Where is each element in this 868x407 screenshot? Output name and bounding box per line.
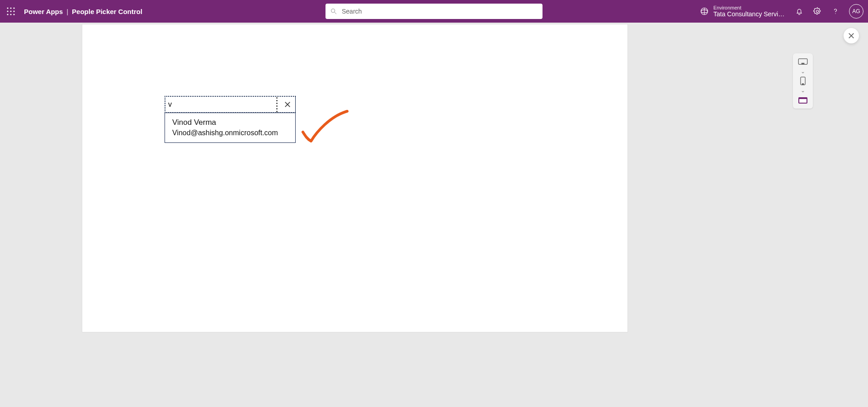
people-picker-control: Vinod Verma Vinod@ashishg.onmicrosoft.co… bbox=[165, 96, 296, 143]
settings-icon[interactable] bbox=[813, 7, 822, 16]
svg-rect-20 bbox=[802, 84, 803, 84]
environment-text: Environment Tata Consultancy Servic... bbox=[713, 5, 786, 18]
global-search[interactable] bbox=[326, 4, 542, 19]
people-picker-input-row[interactable] bbox=[165, 96, 296, 113]
suggestion-name: Vinod Verma bbox=[172, 118, 288, 128]
chevron-down-icon[interactable]: ⌄ bbox=[801, 88, 805, 93]
app-header: Power Apps | People Picker Control Envir… bbox=[0, 0, 868, 23]
svg-point-0 bbox=[7, 7, 8, 9]
chevron-down-icon[interactable]: ⌄ bbox=[801, 69, 805, 74]
drag-handle-icon[interactable] bbox=[274, 97, 280, 112]
app-launcher-icon[interactable] bbox=[5, 5, 17, 18]
svg-point-4 bbox=[10, 10, 11, 12]
close-preview-button[interactable] bbox=[844, 28, 859, 43]
svg-point-2 bbox=[13, 7, 14, 9]
device-orientation-toolbar: ⌄ ⌄ bbox=[793, 53, 813, 109]
svg-point-6 bbox=[7, 14, 8, 15]
avatar-initials: AG bbox=[852, 8, 860, 14]
svg-line-10 bbox=[335, 12, 336, 14]
header-right-cluster: Environment Tata Consultancy Servic... A… bbox=[700, 4, 863, 19]
annotation-checkmark-icon bbox=[298, 109, 353, 146]
svg-point-14 bbox=[835, 13, 835, 14]
app-title: Power Apps bbox=[24, 8, 63, 15]
search-icon bbox=[330, 8, 337, 15]
app-canvas: Vinod Verma Vinod@ashishg.onmicrosoft.co… bbox=[82, 24, 627, 332]
svg-point-13 bbox=[816, 10, 819, 13]
search-input[interactable] bbox=[342, 8, 538, 15]
title-separator: | bbox=[66, 8, 68, 15]
svg-point-9 bbox=[331, 9, 335, 13]
form-factor-icon[interactable] bbox=[797, 95, 808, 105]
svg-point-3 bbox=[7, 10, 8, 12]
svg-rect-22 bbox=[799, 99, 807, 103]
environment-name: Tata Consultancy Servic... bbox=[713, 10, 786, 18]
suggestion-email: Vinod@ashishg.onmicrosoft.com bbox=[172, 128, 288, 138]
environment-picker[interactable]: Environment Tata Consultancy Servic... bbox=[700, 5, 786, 18]
user-avatar[interactable]: AG bbox=[849, 4, 863, 19]
notifications-icon[interactable] bbox=[795, 7, 804, 16]
tablet-landscape-icon[interactable] bbox=[797, 57, 808, 67]
svg-point-8 bbox=[13, 14, 14, 15]
svg-rect-18 bbox=[802, 63, 804, 64]
page-title: People Picker Control bbox=[72, 8, 142, 15]
svg-point-7 bbox=[10, 14, 11, 15]
phone-portrait-icon[interactable] bbox=[797, 76, 808, 86]
svg-point-5 bbox=[13, 10, 14, 12]
svg-point-1 bbox=[10, 7, 11, 9]
people-picker-suggestions: Vinod Verma Vinod@ashishg.onmicrosoft.co… bbox=[165, 113, 296, 143]
clear-input-button[interactable] bbox=[283, 99, 292, 109]
help-icon[interactable] bbox=[831, 7, 840, 16]
environment-icon bbox=[700, 7, 709, 16]
environment-label: Environment bbox=[713, 5, 786, 11]
suggestion-item[interactable]: Vinod Verma Vinod@ashishg.onmicrosoft.co… bbox=[165, 113, 295, 142]
people-picker-input[interactable] bbox=[168, 100, 274, 109]
